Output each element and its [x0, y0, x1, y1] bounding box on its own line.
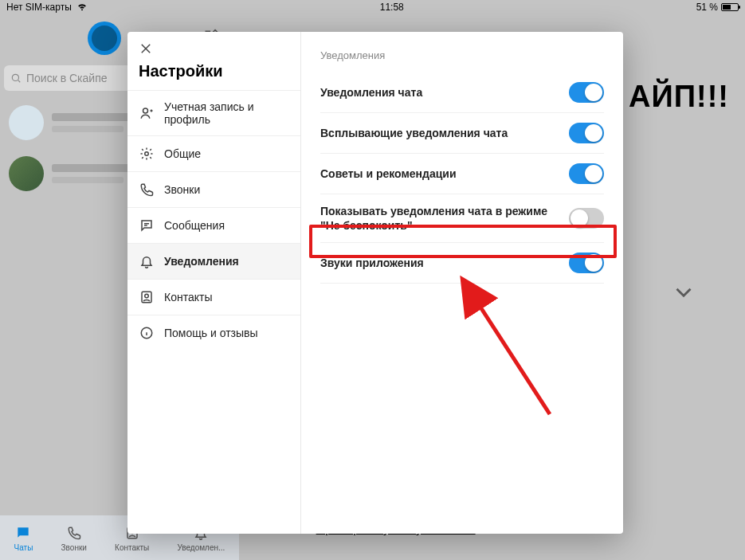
row-popup-notifications: Всплывающие уведомления чата: [320, 113, 604, 154]
bell-icon: [139, 253, 155, 269]
search-placeholder: Поиск в Скайпе: [26, 72, 108, 84]
nav-item-calls[interactable]: Звонки: [127, 171, 300, 207]
nav-item-contacts[interactable]: Контакты: [127, 279, 300, 315]
nav-item-notifications[interactable]: Уведомления: [127, 243, 300, 279]
close-button[interactable]: [127, 32, 300, 62]
nav-label: Общие: [164, 147, 201, 160]
nav-item-help[interactable]: Помощь и отзывы: [127, 315, 300, 350]
settings-sidebar: Настройки Учетная запись и профиль Общие…: [127, 32, 301, 534]
svg-point-10: [145, 294, 149, 298]
phone-icon: [139, 182, 155, 198]
setting-label: Уведомления чата: [320, 85, 433, 100]
settings-modal: Настройки Учетная запись и профиль Общие…: [127, 32, 623, 534]
nav-item-general[interactable]: Общие: [127, 135, 300, 171]
gear-icon: [139, 146, 155, 162]
clock: 11:58: [380, 2, 404, 13]
info-icon: [139, 325, 155, 341]
nav-label: Контакты: [164, 291, 212, 303]
message-icon: [139, 217, 155, 233]
setting-label: Показывать уведомления чата в режиме "Не…: [320, 204, 569, 233]
nav-item-account[interactable]: Учетная запись и профиль: [127, 90, 300, 135]
toggle-chat-notifications[interactable]: [569, 82, 604, 103]
toggle-app-sounds[interactable]: [569, 253, 604, 273]
background-banner-text: АЙП!!!: [629, 80, 729, 114]
settings-panel: Уведомления Уведомления чата Всплывающие…: [301, 32, 623, 534]
person-icon: [139, 105, 155, 121]
toggle-tips[interactable]: [569, 163, 604, 184]
nav-label: Учетная запись и профиль: [164, 100, 289, 126]
sim-status: Нет SIM-карты: [6, 2, 72, 13]
setting-label: Всплывающие уведомления чата: [320, 126, 519, 140]
row-chat-notifications: Уведомления чата: [320, 72, 604, 113]
toggle-popup-notifications[interactable]: [569, 123, 604, 143]
nav-label: Уведомления: [164, 255, 239, 268]
status-bar: Нет SIM-карты 11:58 51 %: [0, 0, 745, 14]
settings-title: Настройки: [127, 62, 300, 90]
battery-icon: [721, 3, 739, 11]
tab-chats: Чаты: [14, 524, 33, 552]
wifi-icon: [76, 2, 88, 13]
nav-label: Звонки: [164, 183, 200, 196]
chevron-down-icon: [670, 279, 697, 309]
toggle-dnd-notifications[interactable]: [569, 208, 604, 229]
contacts-icon: [139, 289, 155, 305]
nav-item-messaging[interactable]: Сообщения: [127, 207, 300, 243]
phone-icon: [65, 524, 83, 542]
row-dnd-notifications: Показывать уведомления чата в режиме "Не…: [320, 194, 604, 243]
row-app-sounds: Звуки приложения: [320, 243, 604, 284]
nav-label: Помощь и отзывы: [164, 327, 258, 339]
setting-label: Звуки приложения: [320, 256, 435, 270]
battery-percent: 51 %: [696, 2, 718, 13]
panel-title: Уведомления: [320, 49, 604, 61]
svg-point-6: [145, 152, 149, 156]
profile-avatar: [88, 22, 121, 55]
svg-point-5: [143, 108, 148, 113]
row-tips: Советы и рекомендации: [320, 154, 604, 194]
chat-icon: [14, 524, 32, 542]
svg-point-0: [12, 74, 18, 80]
setting-label: Советы и рекомендации: [320, 166, 468, 181]
tab-calls: Звонки: [61, 524, 87, 552]
nav-label: Сообщения: [164, 219, 225, 232]
